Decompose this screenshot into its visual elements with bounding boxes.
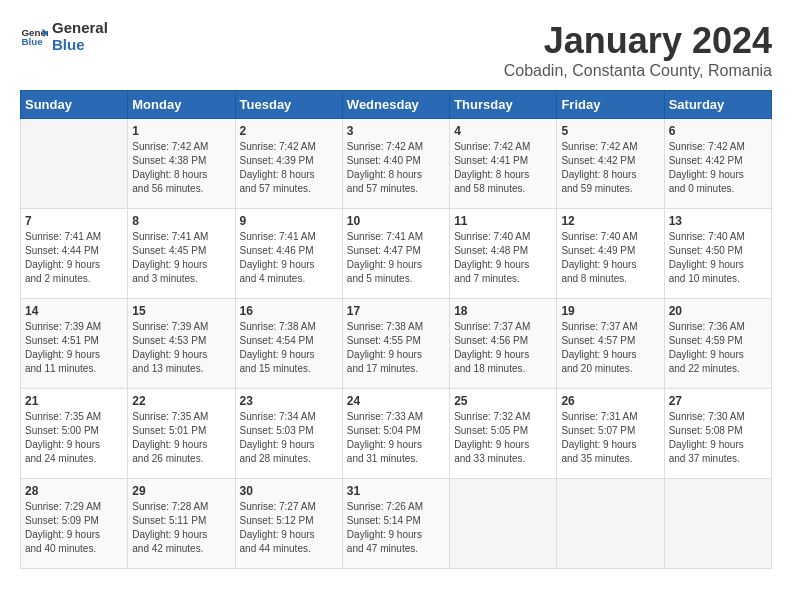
day-info: Sunrise: 7:35 AM Sunset: 5:00 PM Dayligh… <box>25 410 123 466</box>
day-info: Sunrise: 7:35 AM Sunset: 5:01 PM Dayligh… <box>132 410 230 466</box>
day-number: 8 <box>132 214 230 228</box>
logo-icon: General Blue <box>20 23 48 51</box>
day-info: Sunrise: 7:38 AM Sunset: 4:55 PM Dayligh… <box>347 320 445 376</box>
calendar-cell: 2Sunrise: 7:42 AM Sunset: 4:39 PM Daylig… <box>235 119 342 209</box>
calendar-cell <box>450 479 557 569</box>
day-number: 11 <box>454 214 552 228</box>
calendar-cell: 18Sunrise: 7:37 AM Sunset: 4:56 PM Dayli… <box>450 299 557 389</box>
day-info: Sunrise: 7:37 AM Sunset: 4:56 PM Dayligh… <box>454 320 552 376</box>
header-saturday: Saturday <box>664 91 771 119</box>
calendar-cell: 13Sunrise: 7:40 AM Sunset: 4:50 PM Dayli… <box>664 209 771 299</box>
day-number: 2 <box>240 124 338 138</box>
day-number: 13 <box>669 214 767 228</box>
calendar-cell: 25Sunrise: 7:32 AM Sunset: 5:05 PM Dayli… <box>450 389 557 479</box>
day-info: Sunrise: 7:40 AM Sunset: 4:48 PM Dayligh… <box>454 230 552 286</box>
calendar-cell: 29Sunrise: 7:28 AM Sunset: 5:11 PM Dayli… <box>128 479 235 569</box>
calendar-cell: 6Sunrise: 7:42 AM Sunset: 4:42 PM Daylig… <box>664 119 771 209</box>
day-number: 22 <box>132 394 230 408</box>
day-number: 28 <box>25 484 123 498</box>
day-info: Sunrise: 7:39 AM Sunset: 4:53 PM Dayligh… <box>132 320 230 376</box>
day-number: 18 <box>454 304 552 318</box>
day-number: 1 <box>132 124 230 138</box>
title-block: January 2024 Cobadin, Constanta County, … <box>504 20 772 80</box>
calendar-cell: 4Sunrise: 7:42 AM Sunset: 4:41 PM Daylig… <box>450 119 557 209</box>
header-friday: Friday <box>557 91 664 119</box>
calendar-header-row: SundayMondayTuesdayWednesdayThursdayFrid… <box>21 91 772 119</box>
page-header: General Blue General Blue January 2024 C… <box>20 20 772 80</box>
calendar-week-row: 28Sunrise: 7:29 AM Sunset: 5:09 PM Dayli… <box>21 479 772 569</box>
location-subtitle: Cobadin, Constanta County, Romania <box>504 62 772 80</box>
day-number: 25 <box>454 394 552 408</box>
day-number: 21 <box>25 394 123 408</box>
calendar-cell: 14Sunrise: 7:39 AM Sunset: 4:51 PM Dayli… <box>21 299 128 389</box>
svg-text:Blue: Blue <box>21 36 43 47</box>
day-number: 24 <box>347 394 445 408</box>
day-info: Sunrise: 7:38 AM Sunset: 4:54 PM Dayligh… <box>240 320 338 376</box>
day-info: Sunrise: 7:41 AM Sunset: 4:46 PM Dayligh… <box>240 230 338 286</box>
calendar-cell: 19Sunrise: 7:37 AM Sunset: 4:57 PM Dayli… <box>557 299 664 389</box>
day-number: 20 <box>669 304 767 318</box>
day-info: Sunrise: 7:33 AM Sunset: 5:04 PM Dayligh… <box>347 410 445 466</box>
day-info: Sunrise: 7:41 AM Sunset: 4:45 PM Dayligh… <box>132 230 230 286</box>
header-sunday: Sunday <box>21 91 128 119</box>
calendar-cell: 3Sunrise: 7:42 AM Sunset: 4:40 PM Daylig… <box>342 119 449 209</box>
calendar-cell: 24Sunrise: 7:33 AM Sunset: 5:04 PM Dayli… <box>342 389 449 479</box>
calendar-cell: 20Sunrise: 7:36 AM Sunset: 4:59 PM Dayli… <box>664 299 771 389</box>
day-number: 5 <box>561 124 659 138</box>
header-monday: Monday <box>128 91 235 119</box>
day-info: Sunrise: 7:42 AM Sunset: 4:39 PM Dayligh… <box>240 140 338 196</box>
day-number: 3 <box>347 124 445 138</box>
month-title: January 2024 <box>504 20 772 62</box>
day-info: Sunrise: 7:42 AM Sunset: 4:41 PM Dayligh… <box>454 140 552 196</box>
day-info: Sunrise: 7:40 AM Sunset: 4:50 PM Dayligh… <box>669 230 767 286</box>
day-info: Sunrise: 7:34 AM Sunset: 5:03 PM Dayligh… <box>240 410 338 466</box>
calendar-cell: 10Sunrise: 7:41 AM Sunset: 4:47 PM Dayli… <box>342 209 449 299</box>
day-info: Sunrise: 7:41 AM Sunset: 4:47 PM Dayligh… <box>347 230 445 286</box>
calendar-cell: 9Sunrise: 7:41 AM Sunset: 4:46 PM Daylig… <box>235 209 342 299</box>
header-wednesday: Wednesday <box>342 91 449 119</box>
calendar-cell: 28Sunrise: 7:29 AM Sunset: 5:09 PM Dayli… <box>21 479 128 569</box>
day-info: Sunrise: 7:26 AM Sunset: 5:14 PM Dayligh… <box>347 500 445 556</box>
calendar-cell: 22Sunrise: 7:35 AM Sunset: 5:01 PM Dayli… <box>128 389 235 479</box>
calendar-cell <box>557 479 664 569</box>
day-number: 23 <box>240 394 338 408</box>
calendar-cell: 17Sunrise: 7:38 AM Sunset: 4:55 PM Dayli… <box>342 299 449 389</box>
day-info: Sunrise: 7:28 AM Sunset: 5:11 PM Dayligh… <box>132 500 230 556</box>
day-number: 15 <box>132 304 230 318</box>
calendar-table: SundayMondayTuesdayWednesdayThursdayFrid… <box>20 90 772 569</box>
day-info: Sunrise: 7:37 AM Sunset: 4:57 PM Dayligh… <box>561 320 659 376</box>
day-info: Sunrise: 7:41 AM Sunset: 4:44 PM Dayligh… <box>25 230 123 286</box>
calendar-week-row: 1Sunrise: 7:42 AM Sunset: 4:38 PM Daylig… <box>21 119 772 209</box>
day-number: 6 <box>669 124 767 138</box>
day-number: 9 <box>240 214 338 228</box>
calendar-week-row: 7Sunrise: 7:41 AM Sunset: 4:44 PM Daylig… <box>21 209 772 299</box>
calendar-cell: 5Sunrise: 7:42 AM Sunset: 4:42 PM Daylig… <box>557 119 664 209</box>
logo: General Blue General Blue <box>20 20 108 53</box>
calendar-cell: 1Sunrise: 7:42 AM Sunset: 4:38 PM Daylig… <box>128 119 235 209</box>
header-tuesday: Tuesday <box>235 91 342 119</box>
calendar-cell: 27Sunrise: 7:30 AM Sunset: 5:08 PM Dayli… <box>664 389 771 479</box>
calendar-cell: 31Sunrise: 7:26 AM Sunset: 5:14 PM Dayli… <box>342 479 449 569</box>
calendar-cell <box>664 479 771 569</box>
day-info: Sunrise: 7:42 AM Sunset: 4:40 PM Dayligh… <box>347 140 445 196</box>
calendar-week-row: 14Sunrise: 7:39 AM Sunset: 4:51 PM Dayli… <box>21 299 772 389</box>
day-info: Sunrise: 7:42 AM Sunset: 4:38 PM Dayligh… <box>132 140 230 196</box>
day-info: Sunrise: 7:40 AM Sunset: 4:49 PM Dayligh… <box>561 230 659 286</box>
calendar-week-row: 21Sunrise: 7:35 AM Sunset: 5:00 PM Dayli… <box>21 389 772 479</box>
day-info: Sunrise: 7:36 AM Sunset: 4:59 PM Dayligh… <box>669 320 767 376</box>
day-number: 10 <box>347 214 445 228</box>
calendar-cell: 7Sunrise: 7:41 AM Sunset: 4:44 PM Daylig… <box>21 209 128 299</box>
calendar-cell: 16Sunrise: 7:38 AM Sunset: 4:54 PM Dayli… <box>235 299 342 389</box>
day-info: Sunrise: 7:32 AM Sunset: 5:05 PM Dayligh… <box>454 410 552 466</box>
day-number: 19 <box>561 304 659 318</box>
calendar-cell: 15Sunrise: 7:39 AM Sunset: 4:53 PM Dayli… <box>128 299 235 389</box>
calendar-cell: 8Sunrise: 7:41 AM Sunset: 4:45 PM Daylig… <box>128 209 235 299</box>
day-number: 14 <box>25 304 123 318</box>
day-number: 26 <box>561 394 659 408</box>
logo-line2: Blue <box>52 37 108 54</box>
day-number: 4 <box>454 124 552 138</box>
calendar-cell: 30Sunrise: 7:27 AM Sunset: 5:12 PM Dayli… <box>235 479 342 569</box>
day-number: 16 <box>240 304 338 318</box>
day-number: 7 <box>25 214 123 228</box>
day-number: 12 <box>561 214 659 228</box>
